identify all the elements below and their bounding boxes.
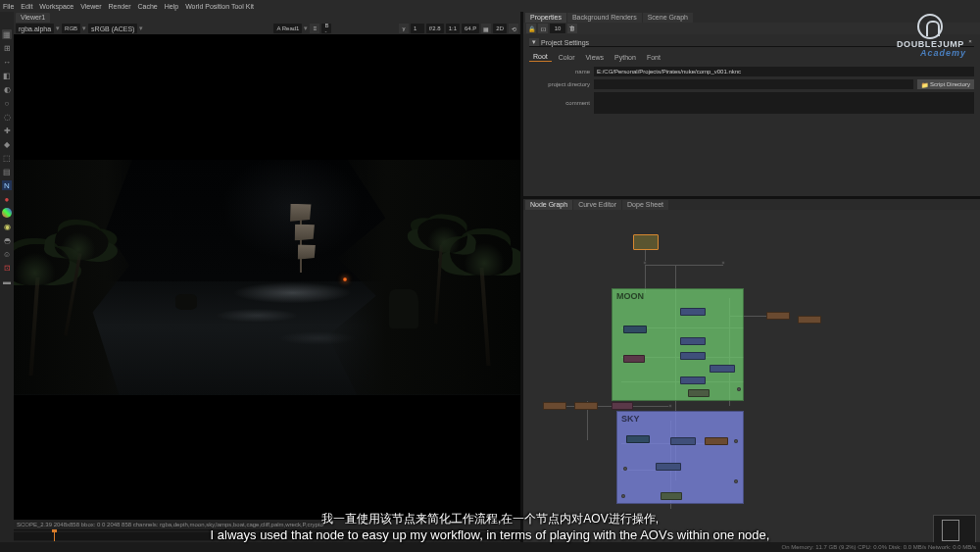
tool-icon[interactable] [2,208,12,218]
node-dot[interactable] [621,494,625,498]
tool-icon[interactable]: ▦ [2,29,12,39]
menu-bar: File Edit Workspace Viewer Render Cache … [0,0,980,12]
backdrop-moon[interactable]: MOON [612,288,744,401]
node-dot[interactable] [734,479,738,483]
tab-node-graph[interactable]: Node Graph [525,200,572,210]
viewer-tab[interactable]: Viewer1 [16,13,50,23]
node[interactable] [688,389,710,397]
mode-2d[interactable]: 2D [493,24,507,33]
grid-icon[interactable]: ▦ [481,24,491,33]
tool-icon[interactable]: ▤ [2,167,12,176]
gamma-field[interactable]: 1 [411,24,424,33]
menu-render[interactable]: Render [109,3,131,10]
tool-icon[interactable]: ◐ [2,84,12,94]
node[interactable] [680,352,706,360]
project-dir-field[interactable] [594,79,913,89]
node[interactable] [705,437,728,445]
playhead[interactable] [54,530,55,541]
wipe-icon[interactable]: ≡ [310,24,319,33]
tool-icon[interactable]: ◧ [2,71,12,80]
tool-icon[interactable]: ◓ [2,235,12,245]
node[interactable] [623,355,645,363]
node-dot[interactable] [734,439,738,443]
node[interactable] [670,437,696,445]
comment-field[interactable] [594,92,974,114]
node[interactable] [661,492,682,500]
lock-icon[interactable]: 🔒 [526,24,536,33]
menu-wptk[interactable]: World Position Tool Kit [185,3,254,10]
rgb-select[interactable]: RGB [62,24,80,33]
node[interactable] [626,435,650,443]
node-dot[interactable] [643,261,647,265]
node[interactable] [680,376,706,384]
tool-icon[interactable]: ◉ [2,222,12,231]
node-read[interactable] [633,234,659,250]
proxy-field[interactable]: 1:1 [446,24,460,33]
pin-icon[interactable]: ⊡ [538,24,548,33]
gain-field[interactable]: f/2.8 [426,24,444,33]
close-panel-icon[interactable]: × [966,38,974,46]
node[interactable] [612,402,633,410]
tool-icon[interactable]: ⊞ [2,43,12,53]
tab-properties[interactable]: Properties [525,13,566,23]
menu-workspace[interactable]: Workspace [39,3,74,10]
tool-icon[interactable]: ● [2,194,12,204]
tool-icon[interactable]: ✚ [2,125,12,135]
node[interactable] [680,337,706,345]
backdrop-sky[interactable]: SKY [616,411,744,504]
reset-icon[interactable]: ⟲ [509,24,518,33]
colorspace-select[interactable]: sRGB (ACES) [88,24,137,33]
name-field[interactable]: E:/CG/Personal/Projects/Pirates/nuke/com… [594,67,974,76]
tool-icon[interactable]: N [2,180,12,190]
tool-icon[interactable]: ⬚ [2,153,12,163]
gamma-icon[interactable]: γ [399,24,409,33]
subtab-font[interactable]: Font [643,52,664,62]
tab-bg-renders[interactable]: Background Renders [567,13,642,23]
subtab-python[interactable]: Python [611,52,640,62]
nodegraph-canvas[interactable]: MOON SKY [523,210,980,552]
node[interactable] [766,312,790,320]
tool-icon[interactable]: ◆ [2,139,12,149]
channel-select[interactable]: rgba.alpha [16,24,54,33]
input-b-select[interactable]: B - [321,24,331,33]
tool-icon[interactable]: ◌ [2,112,12,122]
subtab-color[interactable]: Color [555,52,579,62]
tab-curve-editor[interactable]: Curve Editor [573,200,621,210]
node-dot[interactable] [623,467,627,471]
tool-icon[interactable]: ☺ [2,249,12,259]
node[interactable] [574,402,598,410]
node-dot[interactable] [721,261,725,265]
clear-icon[interactable]: 🗑 [567,24,577,33]
node[interactable] [680,308,706,316]
node[interactable] [710,365,735,373]
menu-viewer[interactable]: Viewer [80,3,101,10]
script-directory-button[interactable]: 📁 Script Directory [917,79,974,89]
comment-label: comment [529,100,590,106]
node-dot[interactable] [668,404,672,408]
timeline[interactable] [14,529,520,541]
input-a-select[interactable]: A Read1 [273,24,302,33]
node[interactable] [543,402,566,410]
viewer-viewport[interactable] [14,34,520,520]
tool-icon[interactable]: ▬ [2,276,12,286]
subtab-root[interactable]: Root [529,52,552,62]
status-text: On Memory: 11.7 GB (9.2%) CPU: 0.0% Disk… [782,544,976,550]
node[interactable] [656,463,681,471]
tab-scene-graph[interactable]: Scene Graph [643,13,693,23]
menu-help[interactable]: Help [165,3,178,10]
collapse-icon[interactable]: ▾ [529,38,539,46]
menu-cache[interactable]: Cache [137,3,157,10]
viewer-tabrow: Viewer1 [14,12,520,23]
menu-file[interactable]: File [3,3,14,10]
tool-icon[interactable]: ○ [2,98,12,108]
node[interactable] [798,316,821,324]
tool-icon[interactable]: ⊡ [2,263,12,273]
zoom-field[interactable]: 64.P [462,24,479,33]
subtab-views[interactable]: Views [582,52,609,62]
node[interactable] [623,326,647,333]
max-field[interactable]: 10 [550,24,565,33]
menu-edit[interactable]: Edit [21,3,32,10]
tool-icon[interactable]: ↔ [2,57,12,67]
tab-dope-sheet[interactable]: Dope Sheet [622,200,668,210]
node-dot[interactable] [737,387,741,391]
